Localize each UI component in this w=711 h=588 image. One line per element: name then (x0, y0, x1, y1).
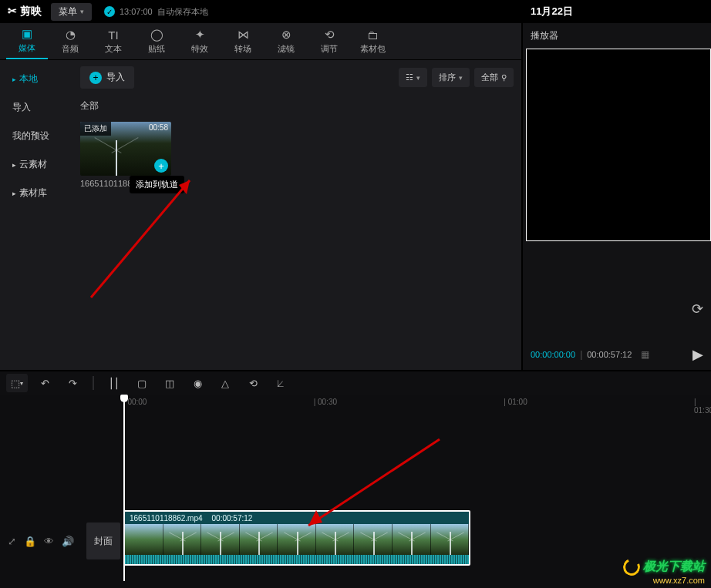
sidebar-item-素材库[interactable]: ▸素材库 (5, 180, 68, 206)
clip-frame (316, 524, 355, 555)
expand-icon[interactable]: ⤢ (8, 536, 16, 547)
tab-label: 调节 (321, 43, 338, 55)
cover-button[interactable]: 封面 (86, 522, 120, 559)
plus-icon: + (89, 72, 102, 84)
tab-label: 特效 (191, 43, 208, 55)
add-to-track-button[interactable]: + (154, 159, 168, 173)
duration-badge: 00:58 (149, 123, 168, 132)
ruler-mark: | 00:30 (314, 398, 337, 406)
clip-frame (125, 524, 163, 555)
rotate-button[interactable]: ⟲ (242, 374, 264, 392)
clip-frame (431, 524, 470, 555)
tab-icon: ⊗ (281, 28, 291, 42)
sort-label: 排序 (439, 72, 456, 83)
pointer-tool[interactable]: ⬚▾ (6, 374, 28, 392)
tool-tab-文本[interactable]: TI文本 (93, 23, 134, 59)
split-button[interactable]: ⎮⎮ (103, 374, 125, 392)
undo-button[interactable]: ↶ (34, 374, 56, 392)
menu-button[interactable]: 菜单 ▾ (51, 3, 92, 21)
tab-label: 滤镜 (278, 43, 295, 55)
speed-button[interactable]: ◉ (187, 374, 208, 392)
tool-tab-滤镜[interactable]: ⊗滤镜 (265, 23, 307, 59)
sidebar-label: 我的预设 (12, 129, 49, 143)
sidebar-label: 导入 (12, 101, 31, 114)
media-thumbnail[interactable]: 已添加 00:58 + 添加到轨道 1665110118862.mp4 (80, 122, 171, 188)
crop-tool[interactable]: ⟀ (270, 374, 291, 392)
sidebar-item-本地[interactable]: ▸本地 (5, 66, 68, 92)
tool-tab-素材包[interactable]: 🗀素材包 (352, 23, 393, 59)
tab-icon: TI (108, 29, 118, 42)
tool-tab-音频[interactable]: ◔音频 (49, 23, 91, 59)
lock-icon[interactable]: 🔒 (24, 536, 36, 547)
added-badge: 已添加 (80, 122, 111, 136)
sidebar-label: 本地 (19, 72, 38, 86)
clip-frame (393, 524, 431, 555)
time-total: 00:00:57:12 (587, 350, 632, 359)
import-button[interactable]: + 导入 (80, 66, 134, 89)
sidebar-item-我的预设[interactable]: 我的预设 (5, 123, 68, 149)
delete-button[interactable]: ▢ (131, 374, 153, 392)
track-controls: ⤢ 🔒 👁 🔊 (0, 510, 83, 572)
filter-label: 全部 (481, 72, 498, 83)
tool-tabs: ▣媒体◔音频TI文本◯贴纸✦特效⋈转场⊗滤镜⟲调节🗀素材包 (0, 23, 521, 60)
chevron-down-icon: ▾ (459, 74, 463, 82)
time-current: 00:00:00:00 (531, 350, 575, 359)
sidebar-label: 云素材 (19, 158, 47, 171)
timeline-clip[interactable]: 1665110118862.mp4 00:00:57:12 (123, 510, 470, 566)
mute-icon[interactable]: 🔊 (62, 536, 74, 547)
crop-button[interactable]: ◫ (159, 374, 180, 392)
tool-tab-特效[interactable]: ✦特效 (179, 23, 221, 59)
mirror-button[interactable]: △ (214, 374, 236, 392)
tab-label: 贴纸 (148, 43, 165, 55)
filter-button[interactable]: 全部 ⚲ (474, 68, 514, 87)
clip-audio-wave (125, 555, 469, 566)
tooltip: 添加到轨道 (130, 176, 184, 193)
autosave-status: ✓ 13:07:00 自动保存本地 (104, 6, 208, 18)
tab-icon: ▣ (22, 27, 32, 41)
tool-tab-贴纸[interactable]: ◯贴纸 (136, 23, 177, 59)
svg-line-0 (91, 180, 190, 297)
grid-icon[interactable]: ▦ (641, 349, 649, 360)
grid-icon: ☷ (406, 72, 413, 82)
tool-tab-媒体[interactable]: ▣媒体 (6, 23, 48, 59)
player-canvas[interactable] (526, 49, 711, 241)
autosave-text: 自动保存本地 (157, 6, 208, 18)
ruler-mark: | 01:30 (694, 398, 711, 415)
section-label: 全部 (80, 99, 514, 113)
sidebar-item-云素材[interactable]: ▸云素材 (5, 152, 68, 177)
tab-icon: ◔ (66, 28, 76, 42)
tab-label: 媒体 (19, 42, 35, 54)
chevron-down-icon: ▾ (80, 8, 84, 15)
watermark: 极光下载站 www.xz7.com (623, 559, 705, 585)
chevron-down-icon: ▾ (416, 74, 420, 82)
sidebar-item-导入[interactable]: 导入 (5, 95, 68, 120)
eye-icon[interactable]: 👁 (44, 536, 54, 547)
triangle-icon: ▸ (12, 76, 16, 83)
tab-label: 音频 (62, 43, 79, 55)
clip-frame (201, 524, 240, 555)
ruler-mark: | 01:00 (504, 398, 527, 406)
triangle-icon: ▸ (12, 161, 16, 169)
tab-icon: 🗀 (367, 29, 379, 42)
project-date: 11月22日 (531, 5, 573, 18)
tab-icon: ⋈ (238, 28, 249, 42)
sidebar-nav: ▸本地导入我的预设▸云素材▸素材库 (0, 60, 72, 370)
timeline-ruler[interactable]: | 00:00| 00:30| 01:00| 01:30 (123, 398, 705, 412)
tab-label: 文本 (105, 43, 122, 55)
tool-tab-调节[interactable]: ⟲调节 (308, 23, 350, 59)
sidebar-label: 素材库 (19, 186, 47, 200)
sort-button[interactable]: 排序 ▾ (432, 68, 470, 87)
refresh-icon[interactable]: ⟳ (692, 301, 703, 318)
clip-duration: 00:00:57:12 (212, 514, 253, 522)
redo-button[interactable]: ↷ (62, 374, 83, 392)
tool-tab-转场[interactable]: ⋈转场 (222, 23, 264, 59)
autosave-time: 13:07:00 (120, 7, 153, 16)
tab-icon: ⟲ (325, 28, 335, 42)
tab-label: 素材包 (360, 43, 386, 55)
view-mode-button[interactable]: ☷ ▾ (399, 68, 427, 87)
tab-label: 转场 (234, 43, 251, 55)
timeline-toolbar: ⬚▾ ↶ ↷ ⎮⎮ ▢ ◫ ◉ △ ⟲ ⟀ (0, 370, 711, 395)
menu-label: 菜单 (59, 5, 77, 18)
clip-frame (163, 524, 202, 555)
play-button[interactable]: ▶ (692, 346, 703, 363)
